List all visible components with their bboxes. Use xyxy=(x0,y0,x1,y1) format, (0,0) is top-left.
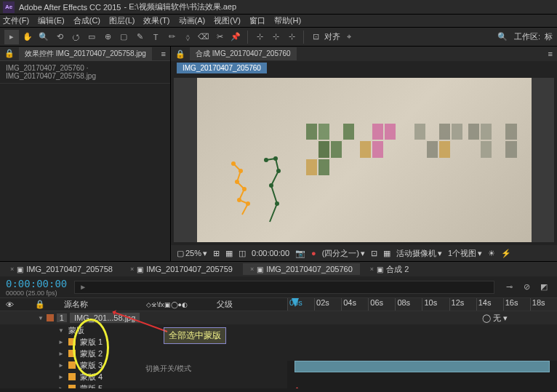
rotate-tool-icon[interactable]: ⭯ xyxy=(68,30,83,44)
effect-controls-tab[interactable]: 效果控件 IMG_20170407_205758.jpg xyxy=(19,47,152,60)
menu-edit[interactable]: 编辑(E) xyxy=(38,15,65,26)
timeline-search[interactable] xyxy=(74,281,494,294)
eraser-tool-icon[interactable]: ⌫ xyxy=(196,30,211,44)
mask-item[interactable]: ►蒙版 1 xyxy=(0,336,557,348)
axis-local-icon[interactable]: ⊹ xyxy=(252,30,267,44)
time-ruler[interactable]: 00s 02s 04s 06s 08s 10s 12s 14s 16s 18s xyxy=(287,298,557,311)
menu-composition[interactable]: 合成(C) xyxy=(73,15,100,26)
eye-column-icon[interactable]: 👁 xyxy=(6,300,20,309)
views-dropdown[interactable]: 1个视图 ▾ xyxy=(448,248,482,259)
fast-preview-icon[interactable]: ⚡ xyxy=(501,249,511,258)
clone-tool-icon[interactable]: ⎀ xyxy=(180,30,195,44)
svg-point-10 xyxy=(275,201,279,206)
mask-item[interactable]: ►蒙版 2 xyxy=(0,348,557,359)
snapping-icon[interactable]: ⌖ xyxy=(342,30,356,44)
menubar: 文件(F) 编辑(E) 合成(C) 图层(L) 效果(T) 动画(A) 视图(V… xyxy=(0,15,557,28)
brush-tool-icon[interactable]: ✏ xyxy=(164,30,179,44)
shape-tool-icon[interactable]: ▢ xyxy=(116,30,131,44)
text-tool-icon[interactable]: T xyxy=(148,30,163,44)
app-logo-icon: Ae xyxy=(3,1,15,13)
svg-point-9 xyxy=(269,183,273,188)
layer-row[interactable]: ▼ 1 IMG_201...58.jpg ◯ 无 ▾ xyxy=(0,311,557,324)
workspace-value[interactable]: 标 xyxy=(545,31,553,42)
preview-controls: ▢ 25% ▾ ⊞ ▦ ◫ 0:00:00:00 📷 ● (四分之一) ▾ ⊡ … xyxy=(171,245,557,261)
menu-help[interactable]: 帮助(H) xyxy=(274,15,301,26)
shy-icon[interactable]: ⊸ xyxy=(502,280,516,295)
preview-viewport[interactable] xyxy=(174,78,554,242)
hand-tool-icon[interactable]: ✋ xyxy=(20,30,35,44)
camera-tool-icon[interactable]: ▭ xyxy=(84,30,99,44)
layer-bar[interactable] xyxy=(294,361,550,372)
current-timecode[interactable]: 0:00:00:00 xyxy=(6,278,67,289)
svg-point-0 xyxy=(231,161,236,166)
motion-blur-icon[interactable]: ⊘ xyxy=(519,280,534,295)
snap-icon[interactable]: ⊡ xyxy=(308,30,323,44)
svg-point-4 xyxy=(237,198,241,202)
source-name-header[interactable]: 源名称 xyxy=(64,299,88,310)
anchor-tool-icon[interactable]: ⊕ xyxy=(100,30,115,44)
timeline-tab-2[interactable]: ×▣ IMG_20170407_205759 xyxy=(123,263,240,275)
puppet-tool-icon[interactable]: 📌 xyxy=(228,30,243,44)
timeline-tab-1[interactable]: ×▣ IMG_20170407_205758 xyxy=(3,263,120,275)
panel-menu-icon[interactable]: ≡ xyxy=(161,49,166,58)
channel-icon[interactable]: ● xyxy=(311,249,316,257)
align-label[interactable]: 对齐 xyxy=(324,31,340,42)
panel-lock-icon[interactable]: 🔒 xyxy=(175,49,185,59)
keyframe-icon[interactable] xyxy=(294,388,301,388)
layer-list: ▼ 1 IMG_201...58.jpg ◯ 无 ▾ ▼蒙版 ►蒙版 1 ►蒙版… xyxy=(0,311,557,388)
grid-icon[interactable]: ▦ xyxy=(383,249,390,258)
mask-color-icon[interactable] xyxy=(68,385,76,388)
axis-world-icon[interactable]: ⊹ xyxy=(268,30,283,44)
svg-point-1 xyxy=(239,169,243,173)
mask-group[interactable]: ▼蒙版 xyxy=(0,324,557,336)
timeline-tab-3[interactable]: ×▣ IMG_20170407_205760 xyxy=(243,263,360,275)
orbit-tool-icon[interactable]: ⟲ xyxy=(52,30,67,44)
menu-file[interactable]: 文件(F) xyxy=(3,15,29,26)
menu-animation[interactable]: 动画(A) xyxy=(179,15,206,26)
menu-layer[interactable]: 图层(L) xyxy=(109,15,135,26)
effect-controls-panel: 🔒 效果控件 IMG_20170407_205758.jpg ≡ IMG_201… xyxy=(0,47,171,261)
workspace-label: 工作区: xyxy=(514,31,540,42)
switches-header: ◇※\fx▣◯●◐ xyxy=(146,301,188,308)
mask-color-icon[interactable] xyxy=(68,338,76,345)
graph-editor-icon[interactable]: ◩ xyxy=(537,280,551,295)
track-area[interactable] xyxy=(287,361,557,388)
selection-tool-icon[interactable]: ▸ xyxy=(4,30,19,44)
mask-color-icon[interactable] xyxy=(68,373,76,380)
comp-tab-1[interactable]: 合成 IMG_20170407_205760 xyxy=(190,47,297,60)
annotation-label: 全部选中蒙版 xyxy=(164,327,226,344)
comp-tab-2[interactable]: IMG_20170407_205760 xyxy=(177,63,267,73)
current-time[interactable]: 0:00:00:00 xyxy=(252,249,289,257)
toggle-switches-button[interactable]: 切换开关/模式 xyxy=(145,364,191,374)
search-icon[interactable]: 🔍 xyxy=(495,30,510,44)
panel-menu-icon[interactable]: ≡ xyxy=(548,49,553,58)
pen-tool-icon[interactable]: ✎ xyxy=(132,30,147,44)
axis-view-icon[interactable]: ⊹ xyxy=(284,30,299,44)
layer-color-icon[interactable] xyxy=(47,314,54,321)
roto-tool-icon[interactable]: ✂ xyxy=(212,30,227,44)
parent-dropdown[interactable]: ◯ 无 ▾ xyxy=(482,313,508,324)
menu-effect[interactable]: 效果(T) xyxy=(143,15,169,26)
lock-column-icon[interactable]: 🔒 xyxy=(35,300,49,309)
zoom-dropdown[interactable]: ▢ 25% ▾ xyxy=(177,249,207,258)
camera-dropdown[interactable]: 活动摄像机 ▾ xyxy=(396,248,442,259)
panel-lock-icon[interactable]: 🔒 xyxy=(4,49,15,58)
zoom-tool-icon[interactable]: 🔍 xyxy=(36,30,51,44)
timeline-tab-4[interactable]: ×▣ 合成 2 xyxy=(363,263,416,276)
transparency-icon[interactable]: ▦ xyxy=(225,249,233,258)
app-title: Adobe After Effects CC 2015 xyxy=(19,3,121,12)
roi-icon[interactable]: ⊡ xyxy=(371,249,377,258)
mask-color-icon[interactable] xyxy=(68,361,76,369)
mask-color-icon[interactable] xyxy=(68,350,76,357)
res-full-icon[interactable]: ⊞ xyxy=(213,249,220,258)
menu-view[interactable]: 视图(V) xyxy=(214,15,241,26)
resolution-dropdown[interactable]: (四分之一) ▾ xyxy=(322,248,365,259)
svg-point-6 xyxy=(264,158,268,162)
svg-point-3 xyxy=(242,187,247,191)
layer-number: 1 xyxy=(57,313,67,322)
snapshot-icon[interactable]: 📷 xyxy=(295,249,305,258)
file-path: - E:\视频编辑软件\书法效果.aep xyxy=(124,1,236,12)
exposure-icon[interactable]: ☀ xyxy=(488,249,495,258)
menu-window[interactable]: 窗口 xyxy=(249,15,265,26)
mask-toggle-icon[interactable]: ◫ xyxy=(239,249,246,258)
